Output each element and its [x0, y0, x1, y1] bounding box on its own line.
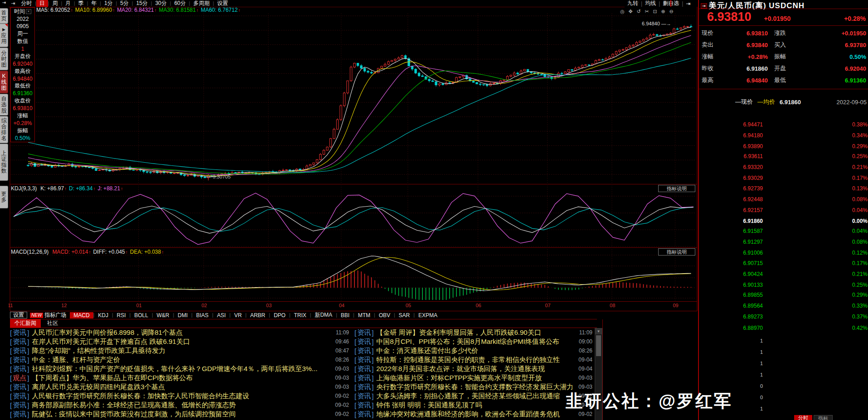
news-row[interactable]: [资讯]商务部原副部长易小准：全球经济已呈现高通胀、低增长的滞涨态势09-02 — [10, 401, 349, 410]
news-headline[interactable]: 央行数字货币研究所穆长春：智能合约支撑数字经济发展巨大潜力 — [376, 383, 572, 391]
toolbar-button-均线[interactable]: 均线 — [642, 0, 659, 7]
news-row[interactable]: [资讯]钟伟 张明 明明：美国通胀见顶了吗09-02 — [354, 401, 592, 410]
macd-info-button[interactable]: 指标说明 — [658, 248, 695, 256]
indicator-tab-新DMA[interactable]: 新DMA — [311, 311, 336, 319]
tab-季[interactable]: 季 — [75, 0, 87, 7]
sidebar-item-K线图[interactable]: K线图 — [0, 71, 8, 93]
tab-30分[interactable]: 30分 — [152, 0, 170, 7]
tab-周[interactable]: 周 — [49, 0, 61, 7]
indicator-tab-KDJ[interactable]: KDJ — [94, 312, 112, 319]
news-row[interactable]: [资讯]央行数字货币研究所穆长春：智能合约支撑数字经济发展巨大潜力09-03 — [354, 382, 592, 391]
toolbar-button-九转[interactable]: 九转 — [625, 0, 641, 7]
news-row[interactable]: [资讯]离岸人民币兑美元较周四纽约尾盘跌3个基点09-03 — [10, 382, 349, 391]
news-tab-社区[interactable]: 社区 — [43, 319, 63, 328]
collapse-quote-icon[interactable]: ⇥ — [701, 3, 707, 9]
sidebar-item-应用[interactable]: ▶应用 — [0, 24, 8, 47]
cut-icon[interactable]: ✂ — [644, 9, 650, 14]
settings-button[interactable]: 设置 — [10, 312, 27, 319]
news-row[interactable]: [资讯]中国8月CPI、PPI将公布；美国8月Markit综合PMI终值将公布0… — [354, 337, 592, 346]
news-headline[interactable]: 中国8月CPI、PPI将公布；美国8月Markit综合PMI终值将公布 — [376, 338, 572, 346]
indicator-plaza-button[interactable]: 指标广场 — [43, 311, 70, 319]
indicator-tab-MACD[interactable]: MACD — [70, 312, 93, 319]
news-row[interactable]: [资讯]人民银行数字货币研究所所长穆长春：加快数字人民币智能合约生态建设09-0… — [10, 391, 349, 401]
indicator-tab-VR[interactable]: VR — [231, 312, 246, 319]
news-headline[interactable]: 在岸人民币对美元汇率开盘下挫逾百点 跌破6.91关口 — [32, 338, 329, 346]
indicator-tab-DPO[interactable]: DPO — [270, 312, 289, 319]
quote-tab-指标[interactable]: 指标 — [814, 415, 833, 420]
news-headline[interactable]: 【金研 周评】资金利率明显回落，人民币跌破6.90关口 — [376, 328, 572, 337]
indicator-tab-OBV[interactable]: OBV — [375, 312, 394, 319]
news-row[interactable]: [资讯]人民币汇率对美元中间价报6.8998，调降81个基点11:09 — [10, 328, 349, 337]
tab-1分[interactable]: 1分 — [101, 0, 116, 7]
news-headline[interactable]: 中金：消灭通胀还需付出多少代价 — [376, 347, 572, 355]
indicator-tab-ARBR[interactable]: ARBR — [247, 312, 269, 319]
news-headline[interactable]: 大多头汤姆李：别担心通胀了，美国经济某些领域已出现通缩 — [376, 392, 572, 401]
indicator-tab-DMI[interactable]: DMI — [174, 312, 191, 319]
indicator-tab-W&R[interactable]: W&R — [153, 312, 173, 319]
news-headline[interactable]: 上海临港新片区：对标CPTPP实施更高水平制度型开放 — [376, 374, 572, 382]
news-row[interactable]: [资讯]特拉斯：控制通胀是英国央行的职责，非常相信央行的独立性09-04 — [354, 355, 592, 364]
news-headline[interactable]: 人民银行数字货币研究所所长穆长春：加快数字人民币智能合约生态建设 — [32, 392, 329, 401]
news-row[interactable]: [资讯]大多头汤姆李：别担心通胀了，美国经济某些领域已出现通缩09-02 — [354, 391, 592, 401]
kdj-info-button[interactable]: 指标说明 — [658, 185, 695, 192]
news-row[interactable]: [资讯]中金：通胀、杠杆与资产定价08:26 — [10, 355, 349, 364]
scroll-down-icon[interactable]: ▼ — [595, 328, 602, 334]
pan-hand-icon[interactable]: ✥ — [627, 9, 634, 14]
sidebar-item-自选股[interactable]: 自选股 — [0, 94, 8, 116]
indicator-tab-MTM[interactable]: MTM — [354, 312, 374, 319]
sidebar-item-综合排名[interactable]: 综合排名 — [0, 116, 8, 143]
news-headline[interactable]: 中金：通胀、杠杆与资产定价 — [32, 356, 329, 364]
news-headline[interactable]: 社科院刘煜辉：中国房产资产的贬值损失，靠什么来补？GDP增速今年4％，两年后将跌… — [32, 365, 329, 373]
news-row[interactable]: [资讯]阮健弘：疫情以来中国货币政策没有过度刺激，为后续调控预留空间09-02 — [10, 410, 349, 419]
news-row[interactable]: [资讯]中金：消灭通胀还需付出多少代价08:26 — [354, 346, 592, 355]
collapse-sidebar-icon[interactable]: ⇥ — [0, 0, 8, 7]
close-panel-icon[interactable]: × — [26, 9, 31, 14]
tab-分时[interactable]: 分时 — [18, 0, 35, 7]
news-row[interactable]: [资讯]降息“冷却期”，结构性货币政策工具亟待发力08:47 — [10, 346, 349, 355]
news-row[interactable]: [资讯]在岸人民币对美元汇率开盘下挫逾百点 跌破6.91关口09:46 — [10, 337, 349, 346]
tab-多周期[interactable]: 多周期 — [190, 0, 213, 7]
undo-icon[interactable]: ↺ — [635, 9, 642, 14]
tab-5分[interactable]: 5分 — [117, 0, 132, 7]
news-row[interactable]: [资讯]地缘冲突对欧洲通胀和经济的影响，欧洲会不会重蹈债务危机09-02 — [354, 410, 592, 419]
news-row[interactable]: [资讯]社科院刘煜辉：中国房产资产的贬值损失，靠什么来补？GDP增速今年4％，两… — [10, 364, 349, 373]
tab-60分[interactable]: 60分 — [171, 0, 189, 7]
news-tab-个汇新闻[interactable]: 个汇新闻 — [10, 319, 41, 328]
sidebar-item-分时图[interactable]: 分时图 — [0, 48, 8, 70]
news-headline[interactable]: 商务部原副部长易小准：全球经济已呈现高通胀、低增长的滞涨态势 — [32, 401, 329, 410]
news-row[interactable]: [资讯]【金研 周评】资金利率明显回落，人民币跌破6.90关口11:09 — [354, 328, 592, 337]
news-headline[interactable]: 人民币汇率对美元中间价报6.8998，调降81个基点 — [32, 328, 329, 337]
indicator-tab-EXPMA[interactable]: EXPMA — [415, 312, 441, 319]
tab-年[interactable]: 年 — [88, 0, 100, 7]
crosshair-icon[interactable]: ◎ — [619, 9, 626, 14]
news-headline[interactable]: 阮健弘：疫情以来中国货币政策没有过度刺激，为后续调控预留空间 — [32, 410, 329, 419]
news-headline[interactable]: 地缘冲突对欧洲通胀和经济的影响，欧洲会不会重蹈债务危机 — [376, 410, 572, 419]
collapse-left-icon[interactable]: ⇥ — [8, 0, 18, 6]
scrollbar-thumb[interactable] — [596, 335, 601, 356]
collapse-right-icon[interactable]: ⇥ — [683, 0, 693, 7]
sidebar-item-上证指数[interactable]: 上证指数 — [0, 144, 8, 181]
news-headline[interactable]: 钟伟 张明 明明：美国通胀见顶了吗 — [376, 401, 572, 410]
indicator-tab-BBI[interactable]: BBI — [337, 312, 353, 319]
indicator-tab-BIAS[interactable]: BIAS — [193, 312, 212, 319]
news-headline[interactable]: 【下周看点】华为、苹果新品上市在即CPI数据将公布 — [32, 374, 329, 382]
tab-设置[interactable]: 设置 — [214, 0, 231, 7]
news-row[interactable]: [观点]【下周看点】华为、苹果新品上市在即CPI数据将公布09-03 — [10, 373, 349, 382]
indicator-tab-SAR[interactable]: SAR — [395, 312, 414, 319]
indicator-tab-RSI[interactable]: RSI — [113, 312, 130, 319]
news-row[interactable]: [资讯]上海临港新片区：对标CPTPP实施更高水平制度型开放09-03 — [354, 373, 592, 382]
news-headline[interactable]: 降息“冷却期”，结构性货币政策工具亟待发力 — [32, 347, 329, 355]
indicator-tab-TRIX[interactable]: TRIX — [291, 312, 310, 319]
lock-icon[interactable]: ⊡ — [652, 9, 658, 14]
zoom-out-icon[interactable]: ⊖ — [668, 9, 674, 14]
indicator-tab-BOLL[interactable]: BOLL — [131, 312, 152, 319]
zoom-in-icon[interactable]: ⊕ — [660, 9, 666, 14]
quote-tab-分时[interactable]: 分时 — [794, 415, 812, 420]
sidebar-item-更多[interactable]: 更多 — [0, 186, 8, 208]
tab-月[interactable]: 月 — [62, 0, 74, 7]
news-row[interactable]: [资讯]2022年8月美国非农点评：就业市场回落，关注通胀表现09-04 — [354, 364, 592, 373]
sidebar-item-首页[interactable]: 首页 — [0, 8, 8, 24]
news-headline[interactable]: 2022年8月美国非农点评：就业市场回落，关注通胀表现 — [376, 365, 572, 373]
tab-日[interactable]: 日 — [36, 0, 48, 7]
indicator-tab-ASI[interactable]: ASI — [213, 312, 229, 319]
